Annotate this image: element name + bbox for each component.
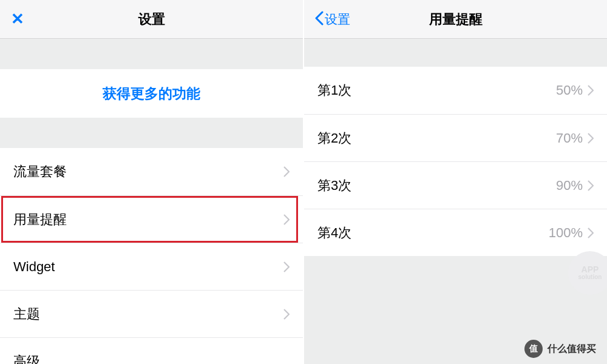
settings-row-usage-alert[interactable]: 用量提醒 [0,195,303,243]
settings-row-advanced[interactable]: 高级 [0,337,303,364]
row-value: 100% [549,225,583,241]
settings-group: 流量套餐 用量提醒 Widget 主题 [0,148,303,364]
chevron-right-icon [283,166,290,177]
chevron-right-icon [588,180,594,191]
right-navbar: 设置 用量提醒 [304,0,607,39]
row-label: 主题 [13,305,283,323]
settings-row-data-plan[interactable]: 流量套餐 [0,148,303,195]
row-label: 第2次 [317,129,556,147]
left-screen: ✕ 设置 获得更多的功能 流量套餐 用量提醒 [0,0,303,364]
close-button[interactable]: ✕ [0,10,24,29]
watermark: 值 什么值得买 [524,340,596,358]
chevron-right-icon [588,133,594,144]
row-value: 50% [556,83,583,98]
chevron-right-icon [283,261,290,272]
back-button[interactable]: 设置 [304,11,350,28]
section-gap [304,39,607,67]
back-label: 设置 [325,11,350,28]
left-navbar: ✕ 设置 [0,0,303,39]
alert-row-2[interactable]: 第2次 70% [304,114,607,161]
section-gap [0,39,303,69]
app-solution-badge: APP solution [568,251,607,295]
app-badge-line1: APP [582,265,599,274]
row-label: 第1次 [317,81,556,99]
row-label: 高级 [13,352,290,365]
alert-group: 第1次 50% 第2次 70% 第3次 90% [304,67,607,256]
watermark-text: 什么值得买 [548,343,596,356]
row-label: 流量套餐 [13,163,283,181]
row-label: 第4次 [317,224,549,242]
settings-row-theme[interactable]: 主题 [0,290,303,337]
watermark-badge-icon: 值 [524,340,543,358]
chevron-right-icon [588,228,594,238]
row-label: 第3次 [317,177,556,195]
app-badge-line2: solution [578,274,602,281]
row-value: 90% [556,178,583,194]
alert-row-3[interactable]: 第3次 90% [304,161,607,209]
row-label: Widget [13,259,283,275]
alert-row-1[interactable]: 第1次 50% [304,67,607,114]
close-icon: ✕ [11,10,24,29]
row-value: 70% [556,130,583,146]
chevron-left-icon [315,11,324,28]
section-gap [0,118,303,148]
more-features-button[interactable]: 获得更多的功能 [0,69,303,118]
left-nav-title: 设置 [0,10,303,29]
row-label: 用量提醒 [13,211,283,229]
more-features-label: 获得更多的功能 [103,84,200,103]
chevron-right-icon [283,214,290,225]
chevron-right-icon [588,85,594,96]
settings-row-widget[interactable]: Widget [0,243,303,290]
alert-row-4[interactable]: 第4次 100% [304,209,607,256]
chevron-right-icon [283,309,290,320]
right-screen: 设置 用量提醒 第1次 50% 第2次 70% 第3次 9 [303,0,607,364]
